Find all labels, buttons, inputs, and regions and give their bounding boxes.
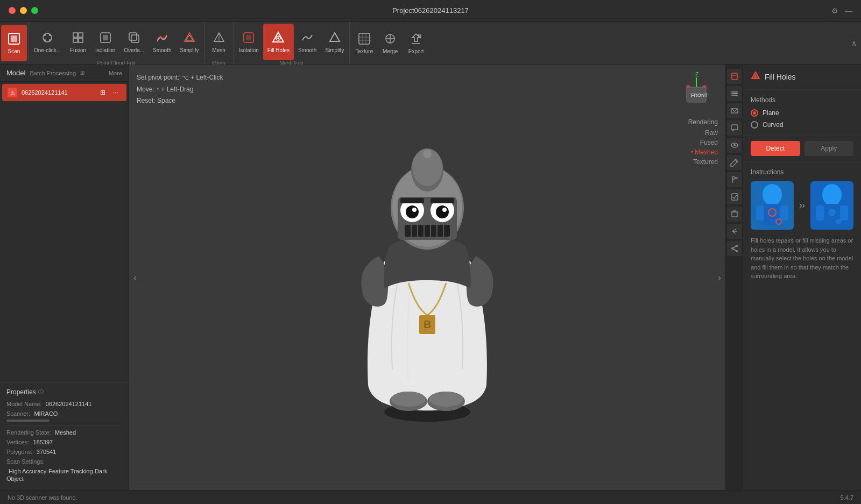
minimize-icon[interactable]: — xyxy=(845,6,852,15)
scan-section-footer xyxy=(0,62,28,64)
instruction-image-after xyxy=(810,181,853,230)
svg-rect-68 xyxy=(731,91,738,93)
plane-radio[interactable]: Plane xyxy=(751,109,853,117)
smooth-me-tool[interactable]: Smooth xyxy=(294,24,321,60)
fill-holes-tool[interactable]: Fill Holes xyxy=(263,24,294,60)
maximize-button[interactable] xyxy=(31,7,38,14)
texture-icon xyxy=(357,31,372,46)
fill-holes-panel: Fill Holes Methods Plane Curved Detect A… xyxy=(743,65,861,490)
back-icon-btn[interactable] xyxy=(727,224,742,239)
scan-icon xyxy=(6,31,22,46)
edit-icon-btn[interactable] xyxy=(727,155,742,170)
toolbar-collapse[interactable]: ∧ xyxy=(851,22,861,64)
isolation-me-tool[interactable]: Isolation xyxy=(235,24,263,60)
model-item[interactable]: ⚠ 06262024121141 ⊞ ··· xyxy=(2,84,126,101)
rendering-textured[interactable]: Textured xyxy=(688,157,718,167)
simplify-me-tool[interactable]: Simplify xyxy=(321,24,348,60)
svg-rect-70 xyxy=(731,95,738,96)
bookmark-icon-btn[interactable] xyxy=(727,69,742,84)
viewport[interactable]: Set pivot point: ⌥ + Left-Click Move: ↑ … xyxy=(129,65,725,490)
svg-rect-10 xyxy=(79,38,83,42)
smooth-pc-tool[interactable]: Smooth xyxy=(149,24,175,60)
fusion-tool[interactable]: Fusion xyxy=(65,24,91,60)
svg-point-98 xyxy=(828,209,836,216)
svg-point-49 xyxy=(406,205,419,218)
isolation-me-label: Isolation xyxy=(239,47,259,54)
rendering-fused[interactable]: Fused xyxy=(688,138,718,147)
scan-settings-value-row: High Accuracy-Feature Tracking-Dark Obje… xyxy=(6,467,122,482)
plane-label: Plane xyxy=(763,109,779,117)
fill-holes-label: Fill Holes xyxy=(267,47,290,54)
share-icon-btn[interactable] xyxy=(727,241,742,256)
more-button[interactable]: More xyxy=(109,70,122,76)
overlap-tool[interactable]: Overla... xyxy=(119,24,149,60)
rendering-meshed[interactable]: Meshed xyxy=(688,147,718,157)
properties-info-icon: ⓘ xyxy=(38,388,44,396)
model-more-icon[interactable]: ··· xyxy=(110,87,121,98)
layers-icon-btn[interactable] xyxy=(727,86,742,101)
close-button[interactable] xyxy=(9,7,16,14)
svg-rect-96 xyxy=(816,205,824,221)
simplify-pc-tool[interactable]: Simplify xyxy=(176,24,203,60)
svg-point-83 xyxy=(731,247,733,250)
svg-rect-1 xyxy=(11,36,17,42)
overlap-icon xyxy=(126,30,142,45)
isolation-pc-label: Isolation xyxy=(95,47,115,54)
model-name-value: 06262024121141 xyxy=(46,401,92,407)
svg-point-64 xyxy=(391,392,426,407)
mesh-tool[interactable]: Mesh xyxy=(206,24,232,60)
simplify-me-icon xyxy=(327,30,342,45)
detect-button[interactable]: Detect xyxy=(751,141,800,156)
scanner-row: Scanner: MIRACO xyxy=(6,410,122,417)
title-bar-icons: ⚙ — xyxy=(831,6,852,15)
svg-rect-8 xyxy=(79,33,83,37)
apply-button[interactable]: Apply xyxy=(804,141,854,156)
properties-title: Properties ⓘ xyxy=(6,388,122,396)
methods-label: Methods xyxy=(751,96,853,104)
scanner-label: Scanner: xyxy=(6,410,30,417)
smooth-me-label: Smooth xyxy=(298,47,316,54)
methods-radio-group: Plane Curved xyxy=(751,109,853,129)
texture-tool[interactable]: Texture xyxy=(351,25,377,61)
minimize-button[interactable] xyxy=(20,7,27,14)
svg-rect-66 xyxy=(732,73,737,80)
svg-rect-27 xyxy=(359,33,370,44)
eye-icon-btn[interactable] xyxy=(727,138,742,153)
model-grid-icon[interactable]: ⊞ xyxy=(97,87,108,98)
isolation-pc-tool[interactable]: Isolation xyxy=(91,24,119,60)
svg-point-3 xyxy=(44,34,46,36)
window-title: Project06262024113217 xyxy=(392,6,469,15)
polygons-value: 370541 xyxy=(37,449,57,455)
delete-icon-btn[interactable] xyxy=(727,207,742,222)
svg-rect-90 xyxy=(756,205,764,221)
viewport-prev-arrow[interactable]: ‹ xyxy=(133,272,137,283)
merge-icon xyxy=(383,31,398,46)
main-layout: Model Batch Processing ⊞ More ⚠ 06262024… xyxy=(0,65,861,490)
rendering-raw[interactable]: Raw xyxy=(688,128,718,138)
svg-point-81 xyxy=(736,245,738,247)
one-click-tool[interactable]: One-click... xyxy=(30,24,65,60)
mail-icon-btn[interactable] xyxy=(727,103,742,118)
nav-cube[interactable]: Z FRONT xyxy=(675,72,718,115)
smooth-pc-label: Smooth xyxy=(153,47,171,54)
fusion-label: Fusion xyxy=(70,47,86,54)
chat-icon-btn[interactable] xyxy=(727,120,742,136)
toolbar: Scan One-click... xyxy=(0,22,861,65)
merge-tool[interactable]: Merge xyxy=(377,25,403,61)
batch-processing-icon: ⊞ xyxy=(80,70,84,76)
methods-section: Methods Plane Curved xyxy=(743,90,861,136)
settings-icon[interactable]: ⚙ xyxy=(831,6,838,15)
svg-rect-91 xyxy=(780,205,788,221)
scanner-value: MIRACO xyxy=(34,410,58,417)
curved-radio-indicator xyxy=(751,121,758,129)
curved-radio[interactable]: Curved xyxy=(751,121,853,129)
svg-text:B: B xyxy=(424,318,431,330)
export-tool[interactable]: Export xyxy=(403,25,429,61)
flag-icon-btn[interactable] xyxy=(727,172,742,187)
check-icon-btn[interactable] xyxy=(727,189,742,204)
svg-point-65 xyxy=(429,392,463,407)
batch-processing-label[interactable]: Batch Processing xyxy=(30,70,76,76)
viewport-next-arrow[interactable]: › xyxy=(718,272,721,283)
rendering-label: Rendering xyxy=(688,118,718,126)
scan-tool[interactable]: Scan xyxy=(1,25,27,61)
